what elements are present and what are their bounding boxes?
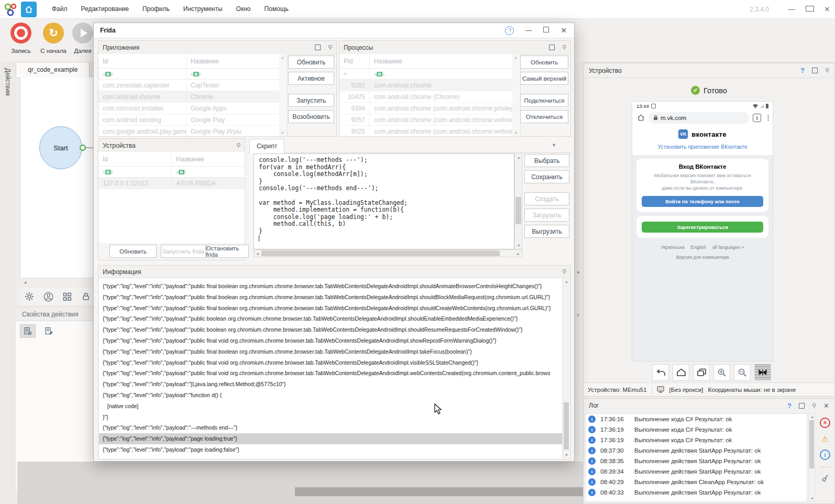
script-action-button[interactable]: Выгрузить: [524, 225, 569, 238]
log-entry[interactable]: i 17:36:19 Выполнение кода C# Результат:…: [586, 424, 807, 435]
application-row[interactable]: com.android.vending Google Play: [98, 114, 279, 126]
settings-gear-icon[interactable]: [24, 291, 35, 302]
log-line[interactable]: {"type":"log","level":"info","payload":"…: [99, 335, 563, 346]
maximize-button[interactable]: [806, 5, 813, 13]
recent-apps-button[interactable]: [693, 364, 710, 381]
pin-icon[interactable]: ⚲: [812, 402, 816, 409]
column-name[interactable]: Название: [172, 152, 245, 166]
log-line[interactable]: {"type":"log","level":"info","payload":"…: [99, 357, 563, 368]
vk-login-button[interactable]: Войти по телефону или почте: [642, 196, 763, 207]
tab-qr-code-example[interactable]: qr_code_example: [16, 62, 90, 78]
log-line[interactable]: {"type":"log","level":"info","payload":"…: [99, 346, 563, 357]
record-button[interactable]: Запись: [6, 23, 36, 54]
pin-icon[interactable]: ⚲: [562, 268, 566, 275]
processes-action-button[interactable]: Подключиться: [520, 94, 568, 107]
log-line[interactable]: {"type":"log","level":"info","payload":"…: [99, 379, 563, 390]
menu-item[interactable]: Помощь: [257, 0, 295, 18]
processes-action-button[interactable]: Отключиться: [520, 110, 568, 123]
log-entry[interactable]: i 08:38:35 Выполнение действия StartApp …: [586, 456, 807, 466]
devices-action-button[interactable]: Обновить: [109, 245, 157, 258]
butterfly-mode-button[interactable]: [754, 364, 771, 381]
process-row[interactable]: 9057 com.android.chrome (com.android.chr…: [339, 114, 512, 126]
script-editor[interactable]: console.log('---methods ---');for(var m …: [254, 154, 514, 249]
restart-button[interactable]: ↻ С начала: [39, 23, 68, 54]
start-node[interactable]: Start: [39, 126, 82, 169]
node-output-port[interactable]: [80, 145, 86, 151]
vk-desktop-link[interactable]: Версия для компьютера: [632, 255, 773, 260]
pin-icon[interactable]: ⚲: [236, 142, 240, 149]
properties-edit-icon[interactable]: [41, 325, 56, 337]
editor-vscrollbar[interactable]: ▲ ▼: [514, 154, 522, 249]
language-link[interactable]: all languages »: [712, 245, 744, 250]
processes-scrollbar[interactable]: ▲▼: [512, 54, 521, 136]
tab-script[interactable]: Скрипт: [249, 139, 284, 154]
language-link[interactable]: English: [690, 245, 706, 250]
proxy-label[interactable]: [Без прокси]: [669, 387, 704, 393]
applications-action-button[interactable]: Запустить: [288, 94, 334, 107]
menu-item[interactable]: Профиль: [136, 0, 177, 18]
pin-icon[interactable]: ⚲: [562, 44, 566, 51]
language-link[interactable]: Українська: [661, 245, 684, 250]
log-line[interactable]: {"type":"log","level":"info","payload":"…: [99, 313, 563, 324]
scroll-down-arrow[interactable]: ▼: [576, 270, 580, 275]
pin-icon[interactable]: ⚲: [328, 44, 332, 51]
browser-menu-icon[interactable]: ⋮: [765, 116, 768, 119]
close-panel-icon[interactable]: ✕: [823, 402, 829, 410]
vk-install-link[interactable]: Установить приложение ВКонтакте: [632, 144, 773, 150]
small-close-icon[interactable]: х: [577, 312, 579, 317]
application-row[interactable]: com.google.android.play.games Google Pla…: [98, 126, 279, 136]
log-entry[interactable]: i 08:37:30 Выполнение действия StartApp …: [586, 445, 807, 456]
log-line[interactable]: {"type":"log","level":"info","payload":"…: [99, 324, 563, 335]
next-button[interactable]: Далее: [72, 23, 93, 54]
column-pid[interactable]: Pid: [339, 54, 370, 68]
filter-cell[interactable]: aBc: [172, 167, 245, 177]
back-button[interactable]: [652, 364, 669, 381]
process-row[interactable]: 9394 com.android.chrome (com.android.chr…: [339, 103, 512, 114]
devices-action-button[interactable]: Остановить frida: [206, 245, 249, 258]
process-row[interactable]: 9282 com.android.chrome: [339, 80, 512, 91]
maximize-panel-icon[interactable]: [315, 45, 321, 50]
maximize-panel-icon[interactable]: [812, 68, 818, 73]
zoom-out-button[interactable]: [734, 364, 751, 381]
tab-counter[interactable]: 1: [753, 114, 761, 122]
filter-cell[interactable]: aBc: [98, 69, 186, 79]
column-id[interactable]: Id: [98, 152, 172, 166]
log-line[interactable]: {"type":"log","level":"info","payload":"…: [99, 422, 563, 433]
frida-maximize-button[interactable]: [543, 27, 549, 34]
editor-hscrollbar[interactable]: ◄ ►: [254, 249, 522, 257]
log-entry[interactable]: i 08:39:34 Выполнение действия StartApp …: [586, 466, 807, 477]
minimize-button[interactable]: —: [788, 5, 795, 13]
log-line[interactable]: {"type":"log","level":"info","payload":"…: [99, 390, 563, 401]
column-id[interactable]: Id: [98, 54, 186, 68]
script-action-button[interactable]: Создать: [524, 192, 569, 205]
log-line[interactable]: {"type":"log","level":"info","payload":"…: [99, 433, 563, 444]
maximize-panel-icon[interactable]: [799, 403, 805, 409]
help-icon[interactable]: ?: [787, 402, 792, 410]
url-field[interactable]: m.vk.com: [649, 112, 749, 124]
applications-action-button[interactable]: Возобновить: [288, 110, 334, 123]
filter-cell[interactable]: aBc: [186, 69, 279, 79]
menu-item[interactable]: Файл: [45, 0, 74, 18]
log-scrollbar[interactable]: ▲ ▼: [808, 413, 815, 502]
process-row[interactable]: 9025 com.android.chrome (com.android.chr…: [339, 126, 512, 136]
menu-item[interactable]: Инструменты: [177, 0, 229, 18]
filter-cell[interactable]: =: [339, 69, 370, 79]
frida-help-icon[interactable]: ?: [505, 26, 514, 35]
applications-action-button[interactable]: Активное: [288, 72, 334, 85]
close-button[interactable]: ✕: [823, 5, 831, 13]
browser-home-icon[interactable]: [637, 114, 645, 122]
devices-action-button[interactable]: Запустить frida: [161, 245, 206, 258]
home-button[interactable]: [21, 2, 37, 17]
frida-minimize-button[interactable]: —: [525, 27, 532, 34]
information-scrollbar[interactable]: ▲ ▼: [562, 278, 570, 458]
warning-filter-icon[interactable]: ⚠: [821, 435, 828, 443]
error-filter-icon[interactable]: ✕: [820, 418, 830, 428]
log-line[interactable]: {"type":"log","level":"info","payload":"…: [99, 292, 563, 303]
profile-person-icon[interactable]: [43, 291, 53, 302]
process-row[interactable]: 10475 com.android.chrome (Chrome): [339, 91, 512, 103]
grid-view-icon[interactable]: [62, 291, 72, 302]
column-name[interactable]: Название: [370, 54, 512, 68]
tab-actions[interactable]: Действия: [4, 68, 12, 96]
log-line[interactable]: {"type":"log","level":"info","payload":"…: [99, 368, 563, 379]
info-filter-icon[interactable]: i: [820, 450, 830, 460]
